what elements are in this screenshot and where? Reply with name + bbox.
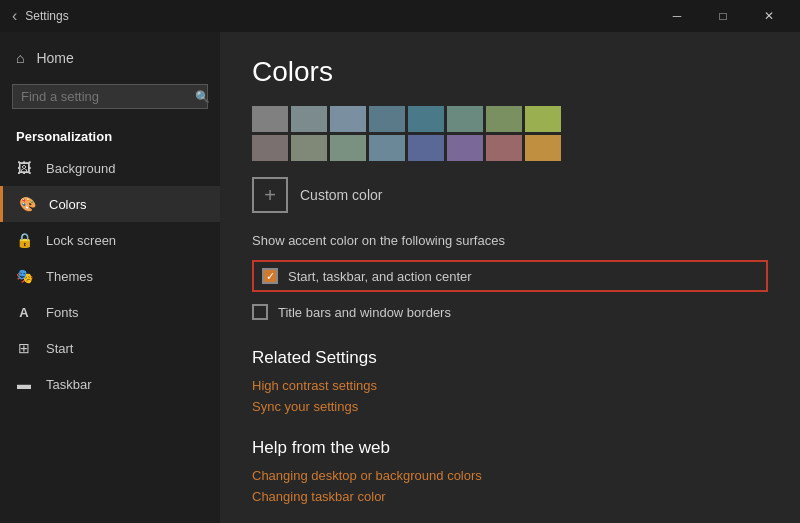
colors-icon: 🎨 [19,196,35,212]
sidebar-item-label: Themes [46,269,93,284]
background-icon: 🖼 [16,160,32,176]
color-swatch[interactable] [408,135,444,161]
color-swatch[interactable] [525,106,561,132]
home-icon: ⌂ [16,50,24,66]
sidebar-home[interactable]: ⌂ Home [0,40,220,76]
color-swatch[interactable] [369,106,405,132]
section-label: Personalization [0,117,220,150]
checkbox-title-bars[interactable]: Title bars and window borders [252,304,768,320]
color-swatch[interactable] [486,135,522,161]
checkbox-start-taskbar[interactable]: ✓ Start, taskbar, and action center [252,260,768,292]
color-grid [252,106,768,161]
accent-surfaces-heading: Show accent color on the following surfa… [252,233,768,248]
checkbox-box-checked: ✓ [262,268,278,284]
color-row [252,106,768,132]
sidebar-item-taskbar[interactable]: ▬ Taskbar [0,366,220,402]
sidebar-item-label: Lock screen [46,233,116,248]
main-container: ⌂ Home 🔍 Personalization 🖼 Background 🎨 … [0,32,800,523]
sidebar-item-fonts[interactable]: A Fonts [0,294,220,330]
title-bar-left: ‹ Settings [12,7,69,25]
taskbar-icon: ▬ [16,376,32,392]
color-swatch[interactable] [330,135,366,161]
sync-settings-link[interactable]: Sync your settings [252,399,768,414]
color-swatch[interactable] [369,135,405,161]
check-icon: ✓ [266,271,275,282]
color-swatch[interactable] [447,106,483,132]
fonts-icon: A [16,304,32,320]
help-title: Help from the web [252,438,768,458]
minimize-button[interactable]: ─ [654,0,700,32]
page-title: Colors [252,56,768,88]
color-swatch[interactable] [447,135,483,161]
back-icon[interactable]: ‹ [12,7,17,25]
content-area: Colors + Custom color Show accent color … [220,32,800,523]
help-section: Help from the web Changing desktop or ba… [252,438,768,504]
high-contrast-link[interactable]: High contrast settings [252,378,768,393]
search-icon: 🔍 [195,90,210,104]
color-row [252,135,768,161]
checkbox-label: Start, taskbar, and action center [288,269,472,284]
sidebar-item-lockscreen[interactable]: 🔒 Lock screen [0,222,220,258]
changing-taskbar-link[interactable]: Changing taskbar color [252,489,768,504]
related-settings: Related Settings High contrast settings … [252,348,768,414]
color-swatch[interactable] [486,106,522,132]
plus-icon: + [264,184,276,207]
checkbox-label: Title bars and window borders [278,305,451,320]
sidebar-item-label: Fonts [46,305,79,320]
maximize-button[interactable]: □ [700,0,746,32]
checkbox-group: ✓ Start, taskbar, and action center Titl… [252,260,768,320]
close-button[interactable]: ✕ [746,0,792,32]
sidebar-item-label: Background [46,161,115,176]
custom-color-row: + Custom color [252,177,768,213]
custom-color-label: Custom color [300,187,382,203]
search-box[interactable]: 🔍 [12,84,208,109]
sidebar-item-start[interactable]: ⊞ Start [0,330,220,366]
color-swatch[interactable] [408,106,444,132]
title-bar-title: Settings [25,9,68,23]
checkbox-box-unchecked [252,304,268,320]
color-swatch[interactable] [291,106,327,132]
sidebar: ⌂ Home 🔍 Personalization 🖼 Background 🎨 … [0,32,220,523]
search-input[interactable] [21,89,189,104]
sidebar-item-label: Start [46,341,73,356]
related-settings-title: Related Settings [252,348,768,368]
sidebar-item-background[interactable]: 🖼 Background [0,150,220,186]
home-label: Home [36,50,73,66]
themes-icon: 🎭 [16,268,32,284]
start-icon: ⊞ [16,340,32,356]
sidebar-item-label: Taskbar [46,377,92,392]
sidebar-item-themes[interactable]: 🎭 Themes [0,258,220,294]
color-swatch[interactable] [252,106,288,132]
sidebar-item-colors[interactable]: 🎨 Colors [0,186,220,222]
changing-desktop-link[interactable]: Changing desktop or background colors [252,468,768,483]
color-swatch[interactable] [252,135,288,161]
sidebar-item-label: Colors [49,197,87,212]
color-swatch[interactable] [330,106,366,132]
lockscreen-icon: 🔒 [16,232,32,248]
color-swatch[interactable] [291,135,327,161]
color-swatch[interactable] [525,135,561,161]
custom-color-button[interactable]: + [252,177,288,213]
title-bar-controls: ─ □ ✕ [654,0,792,32]
title-bar: ‹ Settings ─ □ ✕ [0,0,800,32]
